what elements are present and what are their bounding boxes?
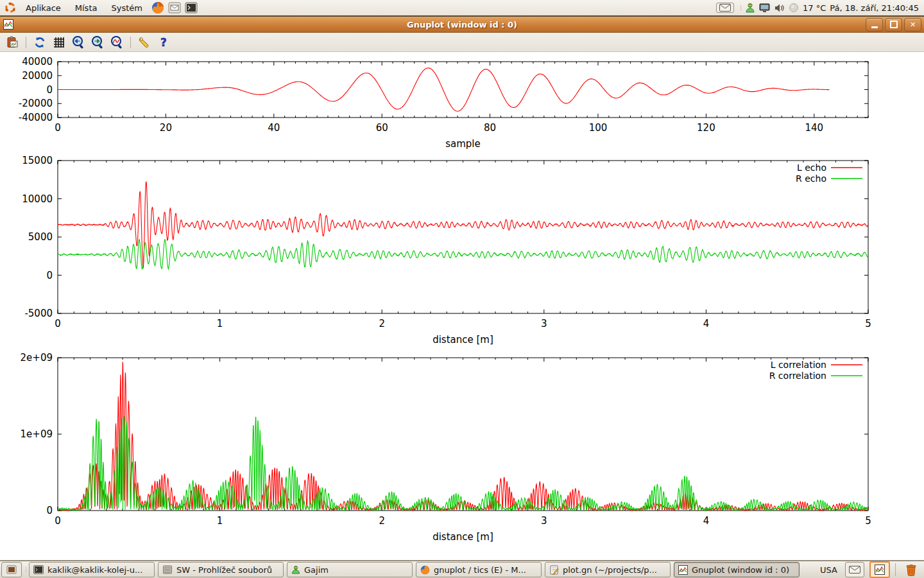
menu-applications[interactable]: Aplikace — [19, 2, 67, 14]
options-button[interactable] — [136, 35, 153, 50]
svg-text:20: 20 — [160, 122, 172, 134]
message-indicator-icon[interactable] — [716, 3, 734, 13]
replot-button[interactable] — [31, 35, 48, 50]
minimize-button[interactable] — [866, 18, 883, 31]
svg-text:20000: 20000 — [22, 70, 53, 82]
svg-text:80: 80 — [484, 122, 496, 134]
svg-text:4: 4 — [703, 318, 710, 329]
svg-text:0: 0 — [46, 270, 53, 281]
svg-text:R echo: R echo — [796, 173, 826, 184]
svg-text:40000: 40000 — [22, 57, 53, 67]
svg-text:2: 2 — [379, 515, 385, 527]
panel-left: Aplikace Místa Systém — [0, 1, 199, 15]
svg-text:3: 3 — [541, 515, 547, 527]
svg-text:2: 2 — [379, 318, 385, 329]
tray-grip[interactable]: ⋮ — [738, 6, 741, 9]
panel-tray: ⋮ 17 °C — [716, 3, 924, 13]
taskbar-item-editor[interactable]: plot.gn (~/projects/p... — [545, 562, 671, 577]
window-controls: ✕ — [866, 18, 924, 31]
gnuplot-canvas[interactable]: 020406080100120140-40000-200000200004000… — [0, 53, 924, 560]
maximize-button[interactable] — [885, 18, 902, 31]
volume-icon[interactable] — [774, 3, 785, 13]
svg-text:3: 3 — [541, 318, 547, 329]
taskbar-item-label: plot.gn (~/projects/p... — [563, 565, 657, 575]
copy-to-clipboard-button[interactable] — [4, 35, 21, 50]
gnome-top-panel: Aplikace Místa Systém — [0, 0, 924, 17]
svg-text:5: 5 — [865, 515, 871, 527]
toggle-grid-button[interactable] — [51, 35, 67, 50]
svg-text:-20000: -20000 — [19, 98, 53, 109]
taskbar-item-label: gnuplot / tics (E) - M... — [434, 565, 526, 575]
svg-text:60: 60 — [376, 122, 388, 134]
close-button[interactable]: ✕ — [904, 18, 921, 31]
svg-text:0: 0 — [55, 122, 61, 134]
file-manager-icon — [162, 565, 173, 574]
previous-zoom-button[interactable] — [70, 35, 87, 50]
taskbar-grip[interactable]: ⋮ — [23, 568, 27, 571]
desktop: { "colors": { "accent_orange": "#cd7f39"… — [0, 0, 924, 578]
svg-text:1e+09: 1e+09 — [21, 428, 53, 440]
terminal-icon[interactable] — [184, 1, 198, 15]
svg-text:100: 100 — [589, 122, 608, 134]
svg-text:0: 0 — [55, 318, 61, 329]
svg-text:140: 140 — [805, 122, 823, 134]
menu-places[interactable]: Místa — [69, 2, 104, 14]
svg-text:0: 0 — [46, 84, 53, 96]
taskbar-item-terminal[interactable]: kaklik@kaklik-kolej-u... — [29, 562, 155, 577]
text-editor-icon — [549, 565, 559, 575]
gnuplot-icon — [678, 565, 688, 575]
window-titlebar[interactable]: Gnuplot (window id : 0) ✕ — [0, 17, 924, 33]
taskbar-item-firefox[interactable]: gnuplot / tics (E) - M... — [416, 562, 542, 577]
terminal-icon — [33, 565, 44, 574]
taskbar-item-gnuplot[interactable]: Gnuplot (window id : 0) — [674, 562, 800, 577]
unzoom-button[interactable] — [108, 35, 125, 50]
next-zoom-button[interactable] — [89, 35, 106, 50]
clock-label[interactable]: Pá, 18. září, 21:40:45 — [830, 3, 919, 13]
svg-text:120: 120 — [697, 122, 715, 134]
svg-text:15000: 15000 — [22, 156, 53, 166]
svg-text:distance [m]: distance [m] — [432, 531, 493, 543]
svg-text:-5000: -5000 — [24, 308, 53, 319]
ubuntu-logo-icon[interactable] — [3, 1, 17, 15]
svg-text:5000: 5000 — [28, 231, 53, 243]
svg-text:0: 0 — [46, 505, 53, 516]
svg-text:10000: 10000 — [22, 193, 53, 205]
weather-icon[interactable] — [789, 3, 799, 13]
trash-icon[interactable] — [901, 563, 921, 576]
firefox-icon[interactable] — [151, 1, 165, 15]
taskbar-item-label: kaklik@kaklik-kolej-u... — [47, 565, 142, 575]
svg-text:distance [m]: distance [m] — [432, 334, 493, 346]
gnuplot-toolbar: ? — [0, 33, 924, 52]
chart-echo-distance[interactable]: 012345-5000050001000015000distance [m]L … — [0, 156, 924, 349]
gnuplot-tray-icon[interactable] — [869, 561, 890, 578]
taskbar-item-gajim[interactable]: Gajim — [287, 562, 413, 577]
svg-text:4: 4 — [703, 515, 710, 527]
menu-system[interactable]: Systém — [105, 2, 148, 14]
svg-text:L correlation: L correlation — [771, 360, 826, 370]
svg-text:40: 40 — [268, 122, 280, 134]
display-icon[interactable] — [759, 3, 770, 13]
svg-text:1: 1 — [217, 515, 223, 527]
svg-text:1: 1 — [217, 318, 223, 329]
temperature-label[interactable]: 17 °C — [803, 3, 826, 13]
keyboard-layout-indicator[interactable]: USA — [817, 565, 840, 575]
help-button[interactable]: ? — [155, 35, 172, 50]
user-switcher-icon[interactable] — [745, 3, 755, 13]
svg-text:R correlation: R correlation — [769, 371, 826, 381]
svg-text:0: 0 — [55, 515, 61, 527]
mail-tray-icon[interactable] — [845, 562, 864, 577]
chart-correlation-distance[interactable]: 01234501e+092e+09distance [m]L correlati… — [0, 353, 924, 552]
taskbar-right: USA — [817, 561, 923, 578]
svg-text:2e+09: 2e+09 — [21, 353, 53, 363]
firefox-icon — [420, 565, 430, 575]
svg-text:?: ? — [160, 36, 167, 49]
chart-chirp-sample[interactable]: 020406080100120140-40000-200000200004000… — [0, 57, 924, 159]
show-desktop-button[interactable] — [1, 562, 22, 577]
mail-icon[interactable] — [167, 1, 182, 15]
taskbar: ⋮ kaklik@kaklik-kolej-u... SW - Prohlíže… — [0, 560, 924, 578]
svg-text:5: 5 — [865, 318, 871, 329]
taskbar-item-label: Gajim — [304, 565, 329, 575]
taskbar-item-file-manager[interactable]: SW - Prohlížeč souborů — [158, 562, 284, 577]
toolbar-separator — [26, 37, 26, 48]
toolbar-separator — [130, 37, 131, 48]
